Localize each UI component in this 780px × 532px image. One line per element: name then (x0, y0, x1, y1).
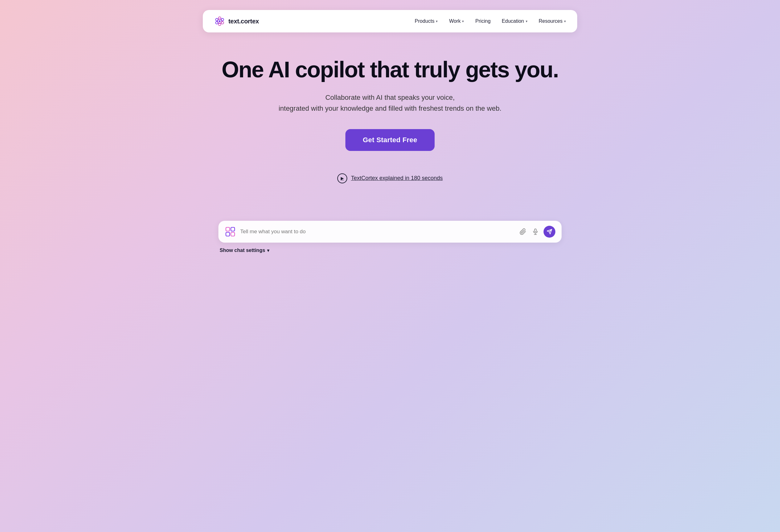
chat-action-buttons (519, 226, 555, 237)
hero-section: One AI copilot that truly gets you. Coll… (218, 57, 562, 183)
chevron-down-icon: ▾ (436, 19, 438, 23)
nav-label-pricing: Pricing (475, 18, 490, 24)
nav-item-work[interactable]: Work ▾ (449, 18, 464, 24)
logo-text: text.cortex (228, 18, 259, 25)
chevron-down-icon: ▾ (564, 19, 566, 23)
video-link-label: TextCortex explained in 180 seconds (351, 175, 443, 181)
voice-input-button[interactable] (531, 227, 540, 236)
svg-rect-9 (231, 227, 235, 231)
nav-item-pricing[interactable]: Pricing (475, 18, 490, 24)
nav-menu: Products ▾ Work ▾ Pricing Education ▾ Re… (415, 18, 566, 24)
get-started-button[interactable]: Get Started Free (345, 129, 435, 151)
nav-label-products: Products (415, 18, 434, 24)
show-chat-settings-toggle[interactable]: Show chat settings ▾ (218, 248, 562, 253)
svg-rect-10 (226, 232, 230, 236)
navbar: text.cortex Products ▾ Work ▾ Pricing Ed… (203, 10, 577, 33)
play-icon: ▶ (337, 173, 347, 183)
svg-rect-11 (231, 232, 235, 236)
chat-text-input[interactable] (240, 228, 514, 235)
hero-subtitle: Collaborate with AI that speaks your voi… (218, 92, 562, 114)
video-link[interactable]: ▶ TextCortex explained in 180 seconds (337, 173, 443, 183)
nav-label-resources: Resources (539, 18, 563, 24)
svg-rect-8 (226, 227, 230, 231)
nav-item-resources[interactable]: Resources ▾ (539, 18, 566, 24)
nav-label-work: Work (449, 18, 460, 24)
logo-icon (214, 15, 225, 27)
hero-subtitle-line2: integrated with your knowledge and fille… (279, 104, 501, 112)
hero-title: One AI copilot that truly gets you. (218, 57, 562, 82)
nav-item-products[interactable]: Products ▾ (415, 18, 438, 24)
chat-brand-icon (225, 226, 236, 237)
chat-input-bar (218, 221, 562, 243)
chevron-down-icon: ▾ (526, 19, 528, 23)
chat-send-button[interactable] (543, 226, 555, 237)
chevron-down-icon: ▾ (267, 248, 269, 253)
hero-subtitle-line1: Collaborate with AI that speaks your voi… (326, 94, 455, 101)
logo-link[interactable]: text.cortex (214, 15, 259, 27)
chat-section: Show chat settings ▾ (218, 221, 562, 253)
send-arrow-icon (547, 229, 552, 234)
attach-file-button[interactable] (519, 227, 527, 236)
nav-item-education[interactable]: Education ▾ (502, 18, 527, 24)
chevron-down-icon: ▾ (462, 19, 464, 23)
chat-settings-label: Show chat settings (220, 248, 265, 253)
svg-rect-12 (534, 228, 536, 232)
svg-point-7 (219, 20, 221, 22)
nav-label-education: Education (502, 18, 524, 24)
